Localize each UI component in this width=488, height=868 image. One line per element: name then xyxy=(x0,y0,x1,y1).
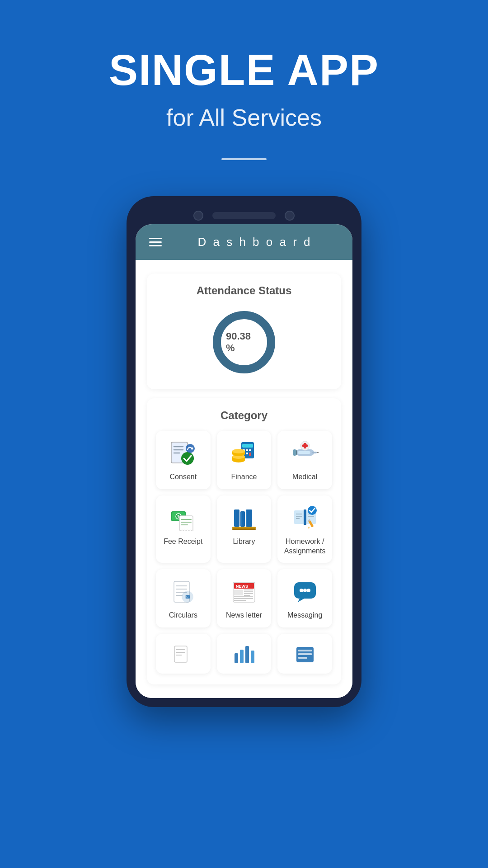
attendance-donut-chart: 90.38 % xyxy=(208,306,280,378)
category-item-circulars[interactable]: ✉ Circulars xyxy=(156,569,211,627)
svg-rect-39 xyxy=(235,510,235,526)
app-header-title: D a s h b o a r d xyxy=(171,235,339,249)
attendance-percentage: 90.38 % xyxy=(226,330,262,354)
svg-marker-56 xyxy=(308,527,310,529)
newsletter-label: News letter xyxy=(226,611,262,620)
library-icon xyxy=(228,505,260,532)
screen-content: Attendance Status 90.38 % xyxy=(136,260,352,698)
camera-icon xyxy=(193,211,203,221)
phone-mockup: D a s h b o a r d Attendance Status 9 xyxy=(127,196,361,707)
messaging-label: Messaging xyxy=(287,611,322,620)
svg-rect-68 xyxy=(234,590,243,595)
svg-rect-91 xyxy=(298,657,307,659)
hero-subtitle: for All Services xyxy=(166,104,322,131)
phone-notch xyxy=(136,205,352,224)
svg-rect-23 xyxy=(312,452,317,453)
hero-divider xyxy=(221,158,267,160)
svg-rect-41 xyxy=(241,512,242,526)
svg-point-20 xyxy=(232,449,245,453)
svg-rect-85 xyxy=(240,650,244,663)
phone-screen: D a s h b o a r d Attendance Status 9 xyxy=(136,224,352,698)
svg-rect-29 xyxy=(302,444,308,447)
svg-rect-87 xyxy=(251,651,254,663)
svg-rect-13 xyxy=(246,453,248,454)
svg-point-77 xyxy=(300,589,303,592)
sensor-icon xyxy=(285,211,295,221)
category-item-homework[interactable]: Homework / Assignments xyxy=(277,495,332,563)
medical-label: Medical xyxy=(292,472,317,482)
attendance-title: Attendance Status xyxy=(158,284,330,297)
svg-text:✉: ✉ xyxy=(185,594,190,600)
svg-rect-80 xyxy=(174,646,187,662)
svg-point-4 xyxy=(181,452,194,465)
partial-icon-3 xyxy=(289,641,321,668)
category-title: Category xyxy=(156,409,332,422)
donut-container: 90.38 % xyxy=(158,306,330,378)
partial-item-3[interactable] xyxy=(277,634,332,674)
circulars-icon: ✉ xyxy=(167,578,199,605)
partial-icon-1 xyxy=(167,641,199,668)
partial-item-1[interactable] xyxy=(156,634,211,674)
attendance-section: Attendance Status 90.38 % xyxy=(147,274,341,389)
hero-title: SINGLE APP xyxy=(109,45,379,95)
phone-outer: D a s h b o a r d Attendance Status 9 xyxy=(127,196,361,707)
svg-rect-84 xyxy=(235,653,238,663)
homework-icon xyxy=(289,505,321,532)
svg-rect-26 xyxy=(293,449,296,456)
svg-rect-14 xyxy=(249,453,251,456)
homework-label: Homework / Assignments xyxy=(282,537,328,556)
category-item-finance[interactable]: Finance xyxy=(217,431,272,489)
svg-rect-43 xyxy=(246,510,247,526)
svg-rect-89 xyxy=(298,650,312,651)
svg-rect-45 xyxy=(232,528,256,530)
hero-section: SINGLE APP for All Services xyxy=(0,0,488,160)
svg-rect-86 xyxy=(245,646,249,663)
svg-rect-22 xyxy=(298,451,310,454)
svg-rect-48 xyxy=(304,509,306,525)
fee-receipt-label: Fee Receipt xyxy=(164,537,202,547)
svg-point-79 xyxy=(307,589,310,592)
partial-item-2[interactable] xyxy=(217,634,272,674)
svg-point-78 xyxy=(303,589,307,592)
svg-rect-24 xyxy=(317,452,319,453)
category-item-messaging[interactable]: Messaging xyxy=(277,569,332,627)
messaging-icon xyxy=(289,578,321,605)
circulars-label: Circulars xyxy=(169,611,197,620)
svg-point-6 xyxy=(191,448,193,450)
category-item-fee-receipt[interactable]: ₹ Fee Receipt xyxy=(156,495,211,563)
svg-rect-8 xyxy=(242,444,253,448)
svg-rect-90 xyxy=(298,653,312,655)
library-label: Library xyxy=(233,537,255,547)
newsletter-icon: NEWS xyxy=(228,578,260,605)
svg-rect-11 xyxy=(249,449,251,451)
svg-rect-34 xyxy=(179,516,193,531)
finance-icon xyxy=(228,440,260,467)
category-item-medical[interactable]: Medical xyxy=(277,431,332,489)
finance-label: Finance xyxy=(231,472,257,482)
category-item-newsletter[interactable]: NEWS xyxy=(217,569,272,627)
svg-rect-46 xyxy=(294,510,304,524)
consent-icon xyxy=(167,440,199,467)
svg-point-5 xyxy=(186,444,195,453)
hamburger-menu-button[interactable] xyxy=(149,238,162,246)
partial-row xyxy=(156,634,332,674)
category-section: Category xyxy=(147,398,341,684)
svg-text:NEWS: NEWS xyxy=(236,584,248,589)
partial-icon-2 xyxy=(228,641,260,668)
medical-icon xyxy=(289,440,321,467)
fee-receipt-icon: ₹ xyxy=(167,505,199,532)
consent-label: Consent xyxy=(170,472,197,482)
category-item-consent[interactable]: Consent xyxy=(156,431,211,489)
category-grid: Consent xyxy=(156,431,332,627)
app-header: D a s h b o a r d xyxy=(136,224,352,260)
svg-rect-10 xyxy=(246,449,248,451)
category-item-library[interactable]: Library xyxy=(217,495,272,563)
speaker xyxy=(212,212,276,219)
